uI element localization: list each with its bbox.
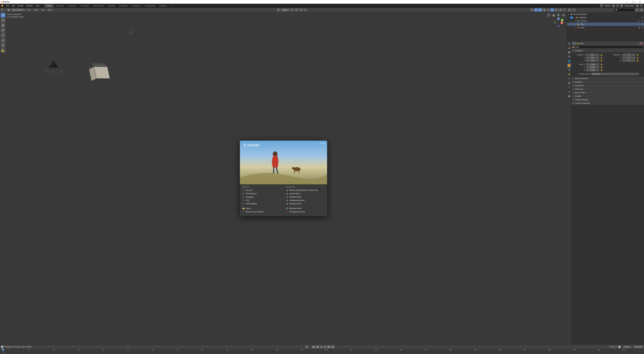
outliner-collection[interactable]: ▾ ▣ Collection 👁 (567, 16, 644, 19)
scale-y[interactable]: 1.000 (586, 66, 600, 69)
splash-new-video[interactable]: 🗋Video Editing (242, 202, 281, 205)
properties-editor-icon[interactable]: 🔧 (572, 42, 576, 45)
blender-logo-icon[interactable] (1, 4, 4, 7)
panel-viewport[interactable]: ▸Viewport Display (571, 98, 644, 101)
playhead[interactable]: 1 (3, 349, 4, 354)
timeline-editor-icon[interactable]: 🕐 (1, 345, 4, 348)
shading-matpreview-icon[interactable]: ◐ (554, 8, 558, 12)
axis-neg-z[interactable] (557, 25, 560, 27)
tab-scene[interactable]: 🎬 (567, 55, 571, 59)
tab-viewlayer[interactable]: 🖼 (567, 50, 571, 55)
disclosure-icon[interactable]: ▾ (573, 17, 575, 18)
data-icon[interactable]: 🎥 (638, 20, 641, 22)
vp-menu-add[interactable]: Add (40, 9, 46, 11)
outliner-filter-icon[interactable]: ⚙ (635, 8, 639, 12)
tab-data[interactable]: ▽ (567, 85, 571, 90)
outliner-new-collection-icon[interactable]: ▥ (640, 8, 643, 12)
splash-recent-3[interactable]: ◆vsdfwadawd.blend (286, 199, 324, 202)
scale-x[interactable]: 1.000 (586, 63, 600, 66)
tab-world[interactable]: 🌐 (567, 59, 571, 63)
visibility-icon[interactable]: 👁 (641, 17, 644, 19)
maximize-button[interactable]: ▢ (630, 1, 636, 3)
disclosure-icon[interactable]: ▸ (575, 23, 577, 25)
outliner-item-light[interactable]: ▸ ◉ Light ◉ 👁 (567, 26, 644, 29)
workspace-uv[interactable]: UV Editing (78, 4, 91, 8)
tab-output[interactable]: 🖨 (567, 46, 571, 50)
pan-icon[interactable]: ✥ (562, 13, 566, 18)
scene-selector-icon[interactable]: 🎬 (572, 8, 576, 12)
menu-edit[interactable]: Edit (10, 4, 16, 8)
lock-icon[interactable]: 🔓 (600, 60, 603, 62)
workspace-scripting[interactable]: Scripting (157, 4, 169, 8)
proportional-icon[interactable]: ◎ (299, 8, 303, 12)
vp-menu-select[interactable]: Select (32, 9, 40, 11)
collection-enable-checkbox[interactable] (570, 17, 572, 19)
axis-x[interactable]: X (560, 22, 563, 24)
start-frame-field[interactable]: Start: 1 (623, 345, 632, 348)
outliner-item-camera[interactable]: ▸ 📷 Camera 🎥 👁 (567, 19, 644, 23)
panel-delta[interactable]: ▸Delta Transform (571, 77, 644, 80)
panel-instancing[interactable]: ▸Instancing (571, 87, 644, 91)
rotation-x[interactable]: 0° (622, 54, 636, 56)
tool-move[interactable]: ✥ (1, 23, 5, 28)
disclosure-icon[interactable]: ▾ (568, 13, 570, 15)
tool-scale[interactable]: ⤢ (1, 33, 5, 38)
tl-menu-playback[interactable]: Playback (5, 346, 14, 348)
menu-render[interactable]: Render (16, 4, 25, 8)
outliner-scene-collection[interactable]: ▾ ▣ Scene Collection (567, 13, 644, 16)
menu-help[interactable]: Help (34, 4, 41, 8)
rotation-mode-dropdown[interactable]: XYZ Euler (591, 73, 639, 75)
panel-motion[interactable]: ▸Motion Paths (571, 91, 644, 94)
timeline-ruler[interactable]: 1 10203040506070809010011012013014015016… (0, 349, 644, 354)
workspace-modeling[interactable]: Modeling (54, 4, 66, 8)
splash-recent-4[interactable]: ◆sadad21.blend (286, 202, 324, 205)
visibility-icon[interactable]: 👁 (641, 20, 644, 22)
lock-icon[interactable]: 🔓 (600, 66, 603, 68)
pivot-icon[interactable]: ⊙ (290, 8, 294, 12)
lock-icon[interactable]: 🔓 (600, 69, 603, 71)
panel-relations[interactable]: ▸Relations (571, 80, 644, 84)
splash-devfund[interactable]: ♥Development Fund (286, 210, 324, 213)
outliner-item-cube[interactable]: ▸ ▣ Cube ▽ 👁 (567, 23, 644, 26)
axis-neg-y[interactable] (554, 21, 556, 24)
pin-icon[interactable]: 📌 (639, 42, 643, 45)
splash-new-sculpt[interactable]: 🗋Sculpting (242, 195, 281, 199)
visibility-icon[interactable]: 👁 (641, 23, 644, 25)
tab-modifier[interactable]: 🔧 (567, 68, 571, 72)
orientation-icon[interactable]: ⊕ (276, 8, 280, 12)
workspace-sculpting[interactable]: Sculpting (66, 4, 78, 8)
object-name-field[interactable]: Cube (575, 46, 643, 48)
viewlayer-delete-icon[interactable]: ✕ (640, 4, 643, 8)
tab-physics[interactable]: ⚛ (567, 76, 571, 81)
xray-icon[interactable]: ▦ (542, 8, 546, 12)
tl-menu-view[interactable]: View (22, 346, 26, 348)
lock-icon[interactable]: 🔓 (636, 54, 639, 56)
navigation-gizmo[interactable]: X Y Z (554, 19, 564, 29)
splash-recent-0[interactable]: ◆Roblox New Blender 2.8 Move Silv... (286, 189, 324, 192)
workspace-add[interactable]: + (169, 4, 174, 8)
tool-measure[interactable]: 📐 (1, 48, 5, 53)
tool-annotate[interactable]: ✎ (1, 43, 5, 48)
splash-new-general[interactable]: 🗋General (242, 189, 281, 192)
scale-z[interactable]: 1.000 (586, 69, 600, 71)
outliner-editor-icon[interactable]: ☰ (568, 8, 571, 12)
perspective-toggle-icon[interactable]: ▦ (552, 13, 556, 18)
snap-icon[interactable]: ❄ (295, 8, 298, 12)
mode-icon[interactable]: ▣ (7, 8, 10, 12)
shading-solid-icon[interactable]: ● (550, 8, 554, 12)
workspace-rendering[interactable]: Rendering (130, 4, 142, 8)
location-y[interactable]: 0m (586, 56, 600, 59)
tab-texture[interactable]: ▦ (567, 94, 571, 98)
scene-delete-icon[interactable]: ✕ (616, 4, 619, 8)
proportional-curve-icon[interactable]: ∿ (304, 8, 307, 12)
splash-recover[interactable]: ↻Recover Last Session (242, 210, 281, 213)
overlay-toggle-icon[interactable]: ◐ (538, 8, 542, 12)
lock-icon[interactable]: 🔓 (600, 57, 603, 59)
splash-new-vfx[interactable]: 🗋VFX (242, 199, 281, 202)
tool-rotate[interactable]: ⟳ (1, 28, 5, 33)
viewlayer-browse-icon[interactable]: 🎞 (620, 4, 623, 8)
rotation-y[interactable]: 0° (622, 56, 636, 59)
tab-render[interactable]: 🔧 (567, 42, 571, 46)
data-icon[interactable]: ◉ (638, 27, 641, 29)
tab-constraints[interactable]: 🔗 (567, 81, 571, 85)
